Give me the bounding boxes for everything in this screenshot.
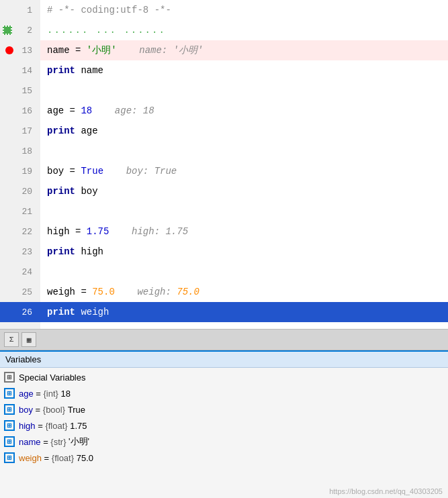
line-2: 2 ...... ... ...... [0, 20, 448, 40]
watermark-text: https://blog.csdn.net/qq_40303205 [329, 487, 443, 495]
var-name-age: age = [47, 105, 81, 116]
num-value-high: 1.75 [87, 226, 109, 237]
line-content-18 [40, 141, 448, 161]
bookmark-icon [3, 26, 12, 35]
bool-value-boy: True [81, 166, 103, 177]
code-lines: 1 # -*- coding:utf-8 -*- 2 ...... ... ..… [0, 0, 448, 329]
kw-print-23: print [47, 246, 75, 257]
code-editor[interactable]: 1 # -*- coding:utf-8 -*- 2 ...... ... ..… [0, 0, 448, 329]
kw-print-20: print [47, 186, 75, 197]
var-type-age: {int} [44, 389, 61, 399]
line-content-19: boy = True boy: True [40, 161, 448, 181]
inline-comment-high: high: 1.75 [109, 226, 188, 237]
var-eq-age: = [34, 389, 44, 399]
var-value-boy: True [68, 405, 85, 415]
var-icon-age: ⊞ [4, 388, 15, 399]
var-eq-high: = [36, 421, 46, 431]
var-type-high: {float} [45, 421, 70, 431]
line-number-27: 27 [0, 322, 40, 329]
line-27: 27 [0, 322, 448, 329]
var-icon-boy: ⊞ [4, 404, 15, 415]
line-content-24 [40, 262, 448, 282]
line-number-18: 18 [0, 141, 40, 161]
inline-comment-age: age: 18 [92, 105, 154, 116]
comment-text: # -*- coding:utf-8 -*- [47, 5, 171, 15]
line-content-17: print age [40, 121, 448, 141]
inline-comment-name: name: '小明' [117, 44, 204, 56]
var-value-age: 18 [61, 389, 71, 399]
var-name-boy-label: boy [19, 405, 33, 415]
var-eq-weigh: = [42, 453, 52, 463]
line-number-22: 22 [0, 221, 40, 242]
var-icon-name: ⊞ [4, 436, 15, 447]
kw-print-26: print [47, 307, 75, 317]
line-content-26: print weigh [40, 302, 448, 322]
var-name-weigh: weigh = [47, 287, 92, 297]
line-15: 15 [0, 81, 448, 101]
line-19: 19 boy = True boy: True [0, 161, 448, 181]
line-content-1: # -*- coding:utf-8 -*- [40, 0, 448, 20]
inline-comment-weigh: weigh: [115, 287, 177, 297]
variables-panel: Variables ⊞ Special Variables ⊞ age = {i… [0, 350, 448, 498]
line-content-14: print name [40, 60, 448, 81]
line-number-24: 24 [0, 262, 40, 282]
line-number-26: 26 [0, 302, 40, 322]
var-value-weigh: 75.0 [77, 453, 93, 463]
variables-list: ⊞ Special Variables ⊞ age = {int} 18 ⊞ b… [0, 368, 448, 467]
line-content-13: name = '小明' name: '小明' [40, 40, 448, 60]
special-variables-item: ⊞ Special Variables [0, 369, 448, 385]
var-name-name: name = [47, 45, 87, 56]
print-weigh: weigh [75, 307, 109, 317]
print-boy: boy [75, 186, 98, 197]
str-value-name: '小明' [87, 44, 117, 56]
line-number-1: 1 [0, 0, 40, 20]
line-17: 17 print age [0, 121, 448, 141]
line-23: 23 print high [0, 242, 448, 262]
sigma-icon-btn[interactable]: Σ [4, 332, 19, 347]
var-item-name: ⊞ name = {str} '小明' [0, 434, 448, 450]
float-value-weigh: 75.0 [92, 287, 115, 297]
line-number-23: 23 [0, 242, 40, 262]
var-item-high: ⊞ high = {float} 1.75 [0, 417, 448, 434]
special-var-icon: ⊞ [4, 372, 15, 383]
line-number-2: 2 [0, 20, 40, 40]
var-value-name: '小明' [69, 436, 89, 448]
var-type-boy: {bool} [43, 405, 68, 415]
var-item-weigh: ⊞ weigh = {float} 75.0 [0, 450, 448, 466]
line-22: 22 high = 1.75 high: 1.75 [0, 221, 448, 242]
line-content-16: age = 18 age: 18 [40, 101, 448, 121]
line-26: 26 print weigh [0, 302, 448, 322]
line-content-21 [40, 201, 448, 221]
line-number-14: 14 [0, 60, 40, 81]
line-number-16: 16 [0, 101, 40, 121]
line-number-21: 21 [0, 201, 40, 221]
line-number-20: 20 [0, 181, 40, 201]
var-name-high: high = [47, 226, 87, 237]
line-24: 24 [0, 262, 448, 282]
toolbar-strip: Σ ▦ [0, 329, 448, 350]
breakpoint-icon [5, 46, 13, 54]
var-icon-high: ⊞ [4, 420, 15, 431]
line-number-19: 19 [0, 161, 40, 181]
placeholder-dots: ...... ... ...... [47, 25, 166, 36]
var-eq-boy: = [33, 405, 43, 415]
line-number-13: 13 [0, 40, 40, 60]
line-1: 1 # -*- coding:utf-8 -*- [0, 0, 448, 20]
var-name-weigh-label: weigh [19, 453, 42, 463]
line-number-25: 25 [0, 282, 40, 302]
kw-print-14: print [47, 65, 75, 76]
var-icon-weigh: ⊞ [4, 452, 15, 463]
line-content-23: print high [40, 242, 448, 262]
var-item-boy: ⊞ boy = {bool} True [0, 401, 448, 417]
line-content-27 [40, 322, 448, 329]
print-name: name [75, 65, 103, 76]
line-20: 20 print boy [0, 181, 448, 201]
line-content-22: high = 1.75 high: 1.75 [40, 221, 448, 242]
inline-comment-weigh-val: 75.0 [177, 287, 199, 297]
line-number-15: 15 [0, 81, 40, 101]
line-25: 25 weigh = 75.0 weigh: 75.0 [0, 282, 448, 302]
inline-comment-boy: boy: True [103, 166, 177, 177]
var-name-age-label: age [19, 389, 34, 399]
table-icon-btn[interactable]: ▦ [21, 332, 36, 347]
print-age: age [75, 126, 98, 136]
